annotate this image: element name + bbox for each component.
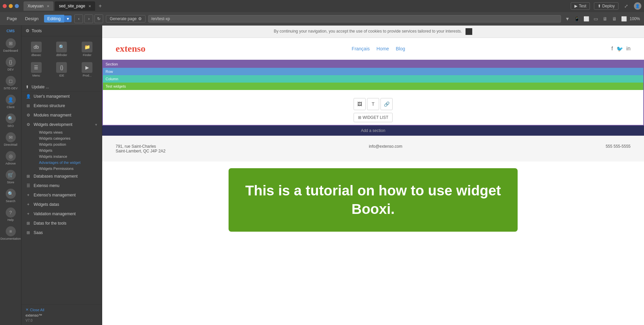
sidebar-item-site-dev[interactable]: ◻ SITE-DEV — [0, 74, 21, 92]
site-dev-icon: ◻ — [6, 76, 16, 86]
nav-home[interactable]: Home — [376, 46, 389, 51]
modules-management-label: Modules managment — [34, 113, 71, 118]
cookie-close-icon[interactable] — [466, 28, 472, 35]
url-bar[interactable] — [148, 15, 561, 22]
facebook-icon[interactable]: f — [611, 46, 613, 52]
sub-widgets-position[interactable]: Widgets position — [31, 141, 102, 147]
mobile-view-icon[interactable]: 📱 — [573, 15, 580, 22]
dot-red[interactable] — [3, 4, 7, 8]
widescreen-icon[interactable]: ⬜ — [620, 15, 628, 22]
tool-prod[interactable]: ▶ Prod... — [75, 60, 99, 79]
tool-ide[interactable]: {} IDE — [50, 60, 74, 79]
panel-footer: ✕ Close All extenso™ V7.0 — [22, 305, 102, 325]
tool-finder[interactable]: 📁 Finder — [75, 40, 99, 59]
sidebar-item-documentation[interactable]: ≡ Documentation — [0, 224, 21, 242]
twitter-icon[interactable]: 🐦 — [616, 46, 623, 52]
refresh-button[interactable]: ↻ — [94, 14, 103, 23]
sub-advantages-of-widget[interactable]: Advantages of the widget — [31, 159, 102, 166]
user-avatar[interactable]: 👤 — [634, 2, 641, 10]
tab-sed-site-page[interactable]: sed_site_page ✕ — [55, 1, 95, 11]
sub-widgets[interactable]: Widgets — [31, 147, 102, 153]
test-play-icon: ▶ — [574, 4, 577, 8]
sub-widgets-categories[interactable]: Widgets categories — [31, 135, 102, 141]
sidebar-item-seo[interactable]: 🔍 SEO — [0, 111, 21, 130]
text-tool-button[interactable]: T — [367, 98, 379, 110]
tablet-sm-icon[interactable]: ⬜ — [582, 15, 590, 22]
dot-blue[interactable] — [15, 4, 19, 8]
generate-page-button[interactable]: Generate page ⚙ — [106, 15, 145, 22]
tool-menu[interactable]: ☰ Menu — [24, 60, 48, 79]
documentation-icon: ≡ — [6, 226, 16, 236]
sidebar-label-help: Help — [7, 218, 14, 222]
linkedin-icon[interactable]: in — [627, 46, 631, 52]
add-section-label: Add a section — [361, 128, 386, 133]
adnove-icon: ◎ — [6, 151, 16, 161]
sidebar-item-help[interactable]: ? Help — [0, 205, 21, 224]
dropdown-icon[interactable]: ▼ — [564, 15, 571, 22]
sidebar-item-dashboard[interactable]: ⊞ Dashboard — [0, 36, 21, 54]
sidebar-item-adnove[interactable]: ◎ Adnove — [0, 149, 21, 167]
widget-list-button[interactable]: ⊞ WIDGET LIST — [354, 113, 393, 122]
sidebar-label-dashboard: Dashboard — [3, 49, 18, 52]
sidebar-item-search[interactable]: 🔍 Search — [0, 187, 21, 205]
nav-controls: ‹ › ↻ — [74, 14, 103, 23]
sidebar-item-dev[interactable]: {} DEV — [0, 55, 21, 73]
tool-dbexec[interactable]: db dbexec — [24, 40, 48, 59]
close-all-button[interactable]: ✕ Close All — [26, 308, 98, 312]
nav-widgets-development[interactable]: ⚙ Widgets development ▼ — [22, 120, 102, 129]
nav-widgets-datas[interactable]: + Widgets datas — [22, 200, 102, 209]
tool-dbfinder[interactable]: 🔍 dbfinder — [50, 40, 74, 59]
main-toolbar: Page Design Editing ▼ ‹ › ↻ Generate pag… — [0, 12, 644, 26]
sub-widgets-views[interactable]: Widgets views — [31, 129, 102, 135]
widget-list-label: WIDGET LIST — [363, 115, 388, 120]
tab-sed-site-page-close[interactable]: ✕ — [88, 4, 91, 8]
update-label: Update ... — [32, 85, 49, 89]
tab-xueyuan[interactable]: Xueyuan ✕ — [24, 1, 53, 11]
new-tab-button[interactable]: + — [98, 3, 102, 9]
nav-validation-management[interactable]: + Validation management — [22, 209, 102, 219]
dot-yellow[interactable] — [9, 4, 13, 8]
sidebar-item-client[interactable]: 👤 Client — [0, 93, 21, 111]
tablet-icon[interactable]: ▭ — [592, 15, 599, 22]
add-section-bar[interactable]: Add a section — [102, 126, 644, 136]
row-label-strip: Row — [103, 68, 643, 75]
tab-xueyuan-close[interactable]: ✕ — [47, 4, 49, 8]
tools-grid: db dbexec 🔍 dbfinder 📁 Finder ☰ Menu {} … — [22, 36, 102, 83]
sidebar-label-site-dev: SITE-DEV — [4, 87, 18, 90]
desktop-sm-icon[interactable]: 🖥 — [601, 15, 609, 22]
nav-blog[interactable]: Blog — [396, 46, 405, 51]
image-tool-button[interactable]: 🖼 — [354, 98, 366, 110]
tabs-right-controls: ▶ Test ⬆ Deploy ⤢ 👤 — [571, 2, 641, 10]
nav-extenso-structure[interactable]: ⊞ Extenso structure — [22, 101, 102, 110]
editing-dropdown[interactable]: ▼ — [64, 15, 72, 22]
nav-databases-management[interactable]: ⊞ Databases management — [22, 172, 102, 181]
nav-datas-for-tools[interactable]: ⊞ Datas for the tools — [22, 219, 102, 228]
nav-modules-management[interactable]: ⚙ Modules managment — [22, 110, 102, 120]
nav-extenso-menu[interactable]: ☰ Extenso menu — [22, 181, 102, 190]
sidebar-item-directmail[interactable]: ✉ DirectMail — [0, 130, 21, 148]
cookie-bar: By continuing your navigation, you accep… — [102, 26, 644, 38]
nav-users-management[interactable]: 👤 User's management — [22, 92, 102, 101]
sub-widgets-instance[interactable]: Widgets instance — [31, 153, 102, 159]
link-tool-button[interactable]: 🔗 — [380, 98, 393, 110]
saas-label: Saas — [34, 230, 43, 235]
tool-finder-label: Finder — [83, 53, 91, 57]
dev-icon: {} — [6, 57, 16, 67]
forward-button[interactable]: › — [84, 14, 93, 23]
page-button[interactable]: Page — [4, 15, 19, 22]
desktop-icon[interactable]: 🖥 — [611, 15, 618, 22]
nav-saas[interactable]: ⊞ Saas — [22, 228, 102, 237]
sidebar-item-store[interactable]: 🛒 Store — [0, 168, 21, 186]
deploy-button[interactable]: ⬆ Deploy — [594, 2, 618, 10]
back-button[interactable]: ‹ — [74, 14, 83, 23]
sub-widgets-permissions[interactable]: Widgets Permissions — [31, 166, 102, 172]
test-button[interactable]: ▶ Test — [571, 2, 590, 10]
editing-button[interactable]: Editing — [44, 15, 64, 22]
modules-management-icon: ⚙ — [26, 112, 31, 118]
design-button[interactable]: Design — [22, 15, 41, 22]
expand-icon[interactable]: ⤢ — [622, 2, 630, 10]
tool-ide-label: IDE — [59, 74, 64, 77]
nav-update[interactable]: ⬆ Update ... — [22, 83, 102, 92]
nav-francais[interactable]: Français — [352, 46, 370, 51]
nav-extenso-management[interactable]: + Extenso's management — [22, 190, 102, 200]
